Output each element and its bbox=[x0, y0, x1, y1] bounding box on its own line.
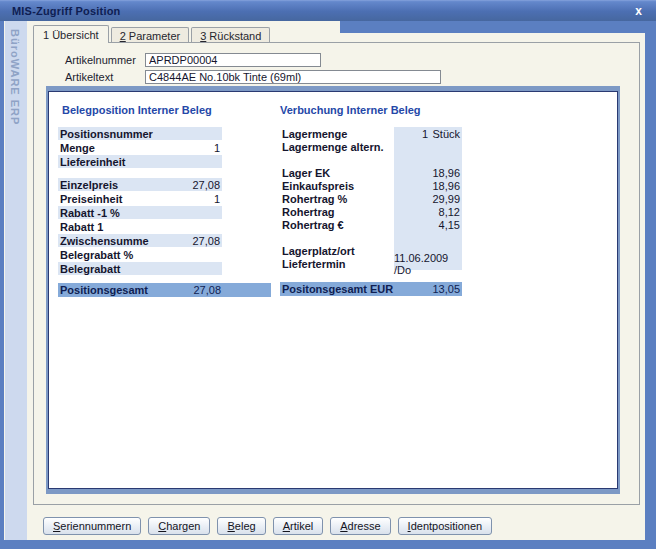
seriennummern-button[interactable]: Seriennummern bbox=[43, 517, 141, 535]
row-menge: Menge1 bbox=[58, 141, 222, 154]
artikeltext-label: Artikeltext bbox=[65, 71, 145, 83]
row-lagermenge: Lagermenge 1Stück bbox=[280, 127, 462, 140]
artikelnummer-label: Artikelnummer bbox=[65, 54, 145, 66]
artikelnummer-row: Artikelnummer bbox=[65, 52, 321, 67]
identpositionen-button[interactable]: Identpositionen bbox=[398, 517, 493, 535]
verbuchung-column: Lagermenge 1Stück Lagermenge altern. bbox=[280, 127, 462, 296]
row-rabatt-1: Rabatt 1 bbox=[58, 220, 222, 233]
adresse-button[interactable]: Adresse bbox=[330, 517, 390, 535]
row-belegrabatt-prozent: Belegrabatt % bbox=[58, 248, 222, 261]
title-bar: MIS-Zugriff Position x bbox=[0, 0, 656, 21]
row-liefertermin: Liefertermin 11.06.2009 /Do bbox=[280, 257, 462, 270]
chargen-button[interactable]: Chargen bbox=[148, 517, 210, 535]
frame-strip bbox=[340, 21, 656, 33]
dialog-body: BüroWARE ERP 1 Übersicht 2 Parameter 3 R… bbox=[4, 21, 645, 540]
row-belegrabatt: Belegrabatt bbox=[58, 262, 222, 275]
artikel-button[interactable]: Artikel bbox=[273, 517, 324, 535]
belegposition-column: Positionsnummer Menge1 Liefereinheit Ein… bbox=[58, 127, 271, 297]
brand-vertical-text: BüroWARE ERP bbox=[5, 21, 21, 125]
row-blank-1 bbox=[280, 153, 462, 166]
detail-frame: Belegposition Interner Beleg Verbuchung … bbox=[46, 86, 620, 494]
close-icon[interactable]: x bbox=[631, 5, 646, 17]
row-rohertrag-eur: Rohertrag € 4,15 bbox=[280, 218, 462, 231]
row-liefereinheit: Liefereinheit bbox=[58, 155, 222, 168]
tab-parameter[interactable]: 2 Parameter bbox=[111, 27, 190, 42]
positionsgesamt-total: Positionsgesamt27,08 bbox=[58, 283, 271, 297]
tab-uebersicht[interactable]: 1 Übersicht bbox=[33, 25, 109, 43]
app-window: MIS-Zugriff Position x BüroWARE ERP 1 Üb… bbox=[0, 0, 656, 549]
row-lagermenge-altern: Lagermenge altern. bbox=[280, 140, 462, 153]
row-rohertrag-prozent: Rohertrag % 29,99 bbox=[280, 192, 462, 205]
row-zwischensumme: Zwischensumme27,08 bbox=[58, 234, 222, 247]
row-einkaufspreis: Einkaufspreis 18,96 bbox=[280, 179, 462, 192]
artikeltext-row: Artikeltext bbox=[65, 69, 441, 84]
tab-rueckstand[interactable]: 3 Rückstand bbox=[191, 27, 270, 42]
artikelnummer-field[interactable] bbox=[145, 53, 321, 67]
row-lager-ek: Lager EK 18,96 bbox=[280, 166, 462, 179]
row-preiseinheit: Preiseinheit1 bbox=[58, 192, 222, 205]
tab-page-uebersicht: Artikelnummer Artikeltext Belegposition … bbox=[33, 42, 640, 505]
row-einzelpreis: Einzelpreis27,08 bbox=[58, 178, 222, 191]
positionsgesamt-eur-total: Positonsgesamt EUR13,05 bbox=[280, 282, 462, 296]
row-positionsnummer: Positionsnummer bbox=[58, 127, 222, 140]
artikeltext-field[interactable] bbox=[145, 70, 441, 84]
brand-sidebar: BüroWARE ERP bbox=[5, 21, 27, 540]
row-blank-2 bbox=[280, 231, 462, 244]
belegposition-header: Belegposition Interner Beleg bbox=[62, 104, 212, 116]
verbuchung-header: Verbuchung Interner Beleg bbox=[280, 104, 421, 116]
unit-label: Stück bbox=[428, 128, 460, 140]
window-title: MIS-Zugriff Position bbox=[12, 5, 120, 17]
row-rabatt-prozent: Rabatt -1 % bbox=[58, 206, 222, 219]
button-bar: Seriennummern Chargen Beleg Artikel Adre… bbox=[43, 517, 492, 535]
row-rohertrag: Rohertrag 8,12 bbox=[280, 205, 462, 218]
detail-panel: Belegposition Interner Beleg Verbuchung … bbox=[48, 91, 618, 489]
beleg-button[interactable]: Beleg bbox=[217, 517, 265, 535]
tab-strip: 1 Übersicht 2 Parameter 3 Rückstand bbox=[33, 24, 272, 42]
